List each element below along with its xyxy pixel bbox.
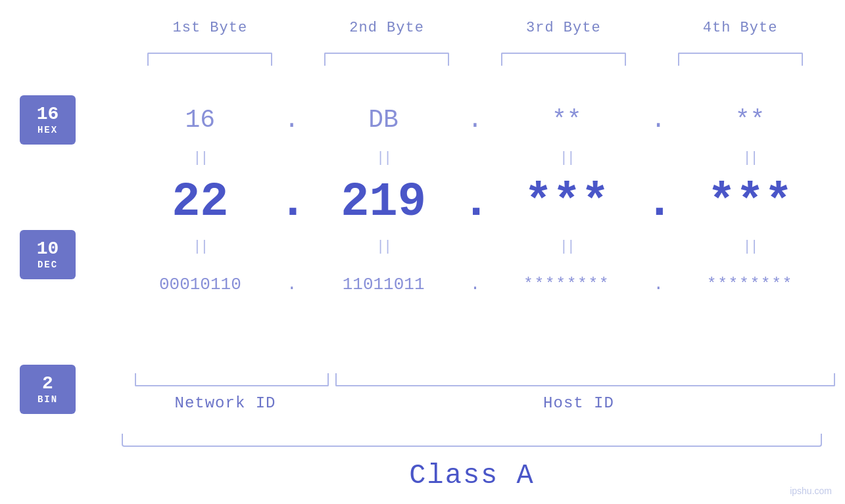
dec-dot2: . bbox=[462, 175, 489, 229]
dec-badge: 10 DEC bbox=[20, 230, 76, 279]
top-bracket-3 bbox=[475, 53, 652, 66]
dec-b3: *** bbox=[489, 175, 646, 229]
network-bottom-bracket bbox=[135, 373, 329, 386]
bin-dot2: . bbox=[462, 274, 489, 294]
bin-badge: 2 BIN bbox=[20, 365, 76, 414]
dec-row: 22 . 219 . *** . *** bbox=[122, 171, 829, 233]
host-bottom-bracket bbox=[335, 373, 835, 386]
hex-b1: 16 bbox=[122, 106, 279, 134]
dec-b1: 22 bbox=[122, 175, 279, 229]
hex-b4: ** bbox=[671, 106, 829, 134]
dec-label: DEC bbox=[37, 260, 58, 270]
hex-b2: DB bbox=[305, 106, 462, 134]
bin-b4: ******** bbox=[671, 275, 829, 293]
watermark: ipshu.com bbox=[790, 486, 832, 496]
data-rows: 16 . DB . ** . ** || || bbox=[122, 95, 829, 309]
eq1-b3: || bbox=[489, 150, 646, 166]
equals-row-2: || || || || bbox=[122, 233, 829, 260]
bin-row: 00010110 . 11011011 . ******** . *******… bbox=[122, 260, 829, 309]
byte3-header: 3rd Byte bbox=[475, 20, 652, 36]
byte1-header: 1st Byte bbox=[122, 20, 299, 36]
dec-dot3: . bbox=[645, 175, 671, 229]
bin-b1: 00010110 bbox=[122, 275, 279, 294]
dec-b2: 219 bbox=[305, 175, 462, 229]
top-bracket-line-1 bbox=[147, 53, 272, 66]
main-container: 1st Byte 2nd Byte 3rd Byte 4th Byte 16 H… bbox=[0, 0, 845, 504]
hex-dot1: . bbox=[279, 106, 305, 134]
hex-dot2: . bbox=[462, 106, 489, 134]
host-id-label: Host ID bbox=[329, 394, 829, 412]
eq2-b1: || bbox=[122, 239, 279, 255]
top-bracket-line-2 bbox=[324, 53, 449, 66]
top-bracket-2 bbox=[299, 53, 475, 66]
bin-label: BIN bbox=[37, 394, 58, 405]
top-bracket-line-3 bbox=[501, 53, 626, 66]
hex-dot3: . bbox=[645, 106, 671, 134]
byte2-header: 2nd Byte bbox=[299, 20, 475, 36]
equals-row-1: || || || || bbox=[122, 145, 829, 171]
eq1-b2: || bbox=[305, 150, 462, 166]
top-bracket-4 bbox=[652, 53, 829, 66]
hex-number: 16 bbox=[37, 104, 59, 125]
hex-badge: 16 HEX bbox=[20, 95, 76, 145]
byte4-header: 4th Byte bbox=[652, 20, 829, 36]
hex-b3: ** bbox=[489, 106, 646, 134]
network-id-label: Network ID bbox=[122, 394, 329, 412]
bin-b2: 11011011 bbox=[305, 275, 462, 294]
byte-headers: 1st Byte 2nd Byte 3rd Byte 4th Byte bbox=[122, 20, 829, 36]
hex-label: HEX bbox=[37, 125, 58, 135]
hex-row: 16 . DB . ** . ** bbox=[122, 95, 829, 145]
bin-dot3: . bbox=[645, 274, 671, 294]
dec-number: 10 bbox=[37, 239, 59, 260]
top-bracket-1 bbox=[122, 53, 299, 66]
dec-b4: *** bbox=[671, 175, 829, 229]
eq2-b2: || bbox=[305, 239, 462, 255]
class-label: Class A bbox=[122, 460, 822, 492]
top-bracket-line-4 bbox=[678, 53, 803, 66]
bin-dot1: . bbox=[279, 274, 305, 294]
eq2-b3: || bbox=[489, 239, 646, 255]
id-labels: Network ID Host ID bbox=[122, 394, 829, 412]
bin-number: 2 bbox=[42, 374, 53, 394]
bottom-brackets bbox=[128, 373, 835, 386]
bin-b3: ******** bbox=[489, 275, 646, 293]
top-brackets bbox=[122, 53, 829, 66]
eq1-b1: || bbox=[122, 150, 279, 166]
dec-dot1: . bbox=[279, 175, 305, 229]
eq2-b4: || bbox=[671, 239, 829, 255]
class-bottom-bracket bbox=[122, 434, 822, 447]
base-labels: 16 HEX 10 DEC 2 BIN bbox=[20, 95, 76, 414]
eq1-b4: || bbox=[671, 150, 829, 166]
